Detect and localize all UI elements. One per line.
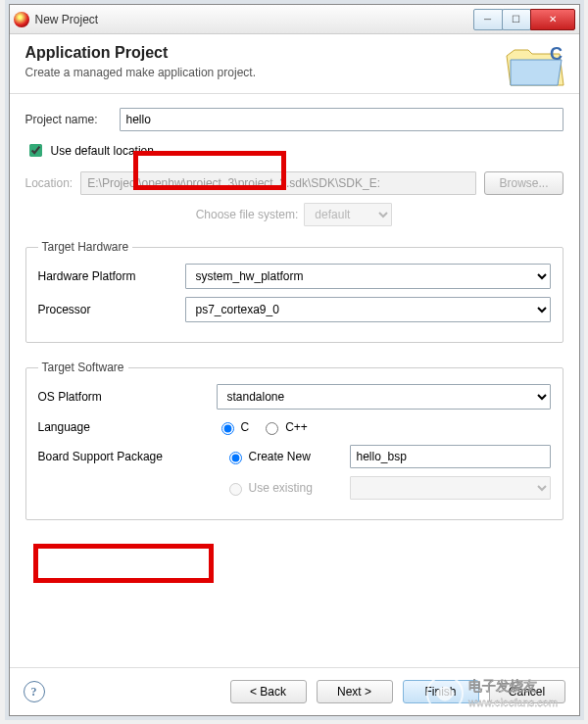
bsp-create-row: Board Support Package Create New	[38, 445, 551, 468]
hardware-platform-select[interactable]: system_hw_platform	[185, 264, 551, 289]
bsp-create-radio[interactable]	[229, 452, 242, 464]
close-button[interactable]: ✕	[530, 9, 575, 30]
bsp-existing-radio	[229, 483, 242, 496]
cancel-button[interactable]: Cancel	[489, 680, 565, 703]
language-cpp-option[interactable]: C++	[261, 419, 308, 435]
target-hardware-group: Target Hardware Hardware Platform system…	[25, 240, 564, 343]
language-c-label: C	[241, 420, 250, 434]
folder-c-icon: C	[505, 42, 565, 91]
language-c-option[interactable]: C	[217, 419, 250, 435]
dialog-window: New Project ─ ☐ ✕ Application Project Cr…	[9, 4, 580, 716]
language-c-radio[interactable]	[221, 422, 234, 435]
location-label: Location:	[25, 176, 74, 190]
language-cpp-radio[interactable]	[266, 422, 278, 435]
window-controls: ─ ☐ ✕	[474, 9, 575, 30]
target-hardware-legend: Target Hardware	[38, 240, 133, 254]
filesystem-row: Choose file system: default	[25, 203, 564, 226]
language-cpp-label: C++	[285, 420, 308, 434]
app-icon	[14, 12, 29, 27]
use-default-row: Use default location	[25, 141, 564, 160]
bsp-create-label: Create New	[249, 450, 311, 463]
language-radio-group: C C++	[217, 419, 308, 435]
project-name-input[interactable]	[120, 108, 564, 131]
bsp-existing-row: Use existing	[38, 476, 551, 500]
processor-label: Processor	[38, 303, 185, 316]
project-name-row: Project name:	[25, 108, 564, 131]
language-row: Language C C++	[38, 419, 551, 435]
filesystem-select: default	[304, 203, 392, 226]
filesystem-label: Choose file system:	[196, 208, 299, 221]
bsp-existing-option: Use existing	[224, 480, 342, 496]
project-name-label: Project name:	[25, 113, 120, 126]
bsp-existing-select	[350, 476, 551, 500]
processor-select[interactable]: ps7_cortexa9_0	[185, 297, 551, 322]
use-default-label: Use default location	[51, 144, 154, 158]
os-platform-row: OS Platform standalone	[38, 384, 551, 410]
language-label: Language	[38, 420, 217, 434]
bsp-existing-label: Use existing	[249, 481, 313, 495]
header-title: Application Project	[25, 44, 564, 62]
dialog-footer: ? < Back Next > Finish Cancel	[10, 667, 579, 715]
os-platform-select[interactable]: standalone	[217, 384, 551, 410]
location-row: Location: Browse...	[25, 171, 564, 195]
titlebar: New Project ─ ☐ ✕	[10, 5, 579, 34]
os-platform-label: OS Platform	[38, 390, 217, 404]
processor-row: Processor ps7_cortexa9_0	[38, 297, 551, 322]
bsp-label: Board Support Package	[38, 450, 217, 463]
target-software-group: Target Software OS Platform standalone L…	[25, 361, 564, 520]
bsp-create-option[interactable]: Create New	[224, 449, 342, 464]
hardware-platform-label: Hardware Platform	[38, 269, 185, 283]
minimize-button[interactable]: ─	[473, 9, 503, 30]
back-button[interactable]: < Back	[230, 680, 307, 703]
use-default-checkbox[interactable]	[29, 144, 42, 157]
target-software-legend: Target Software	[38, 361, 128, 374]
finish-button[interactable]: Finish	[403, 680, 479, 703]
location-input	[80, 171, 476, 195]
dialog-content: Project name: Use default location Locat…	[10, 94, 579, 667]
bsp-name-input[interactable]	[350, 445, 551, 468]
header-subtitle: Create a managed make application projec…	[25, 66, 564, 79]
hardware-platform-row: Hardware Platform system_hw_platform	[38, 264, 551, 289]
maximize-button[interactable]: ☐	[502, 9, 531, 30]
next-button[interactable]: Next >	[317, 680, 393, 703]
svg-text:C: C	[550, 44, 563, 64]
browse-button: Browse...	[484, 171, 563, 195]
dialog-header: Application Project Create a managed mak…	[10, 34, 579, 94]
help-icon[interactable]: ?	[24, 681, 45, 702]
window-title: New Project	[35, 13, 474, 26]
